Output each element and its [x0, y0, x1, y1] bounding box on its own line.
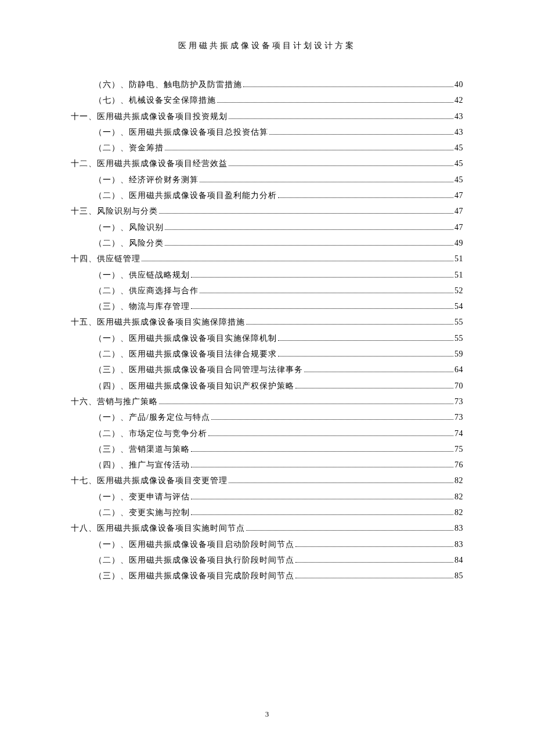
toc-entry: （三）、物流与库存管理54 [71, 298, 463, 314]
toc-leader-dots [200, 182, 453, 182]
toc-page-number: 49 [454, 235, 463, 251]
toc-leader-dots [191, 499, 453, 499]
toc-label: （六）、防静电、触电防护及防雷措施 [94, 77, 242, 92]
toc-entry: （二）、医用磁共振成像设备项目执行阶段时间节点84 [71, 552, 463, 568]
toc-entry: （四）、推广与宣传活动76 [71, 457, 463, 473]
toc-leader-dots [304, 372, 453, 372]
toc-page-number: 51 [454, 267, 463, 283]
toc-entry: （一）、医用磁共振成像设备项目启动阶段时间节点83 [71, 537, 463, 552]
toc-entry: （二）、供应商选择与合作52 [71, 283, 463, 298]
toc-page-number: 73 [454, 394, 463, 409]
toc-page-number: 45 [454, 156, 463, 171]
toc-page-number: 85 [454, 568, 463, 584]
toc-leader-dots [278, 197, 453, 198]
toc-entry: （一）、医用磁共振成像设备项目总投资估算43 [71, 124, 463, 140]
toc-leader-dots [295, 388, 453, 388]
toc-entry: （二）、变更实施与控制82 [71, 505, 463, 520]
toc-entry: （二）、风险分类49 [71, 235, 463, 251]
toc-entry: 十四、供应链管理51 [71, 251, 463, 267]
toc-label: （一）、变更申请与评估 [94, 489, 190, 505]
toc-entry: 十五、医用磁共振成像设备项目实施保障措施55 [71, 314, 463, 330]
toc-leader-dots [295, 546, 453, 547]
toc-page-number: 82 [454, 473, 463, 488]
toc-page-number: 47 [454, 219, 463, 235]
toc-label: （二）、变更实施与控制 [94, 505, 190, 520]
toc-entry: 十六、营销与推广策略73 [71, 394, 463, 409]
toc-leader-dots [142, 261, 453, 261]
toc-leader-dots [295, 562, 453, 563]
toc-label: （二）、市场定位与竞争分析 [94, 426, 207, 441]
toc-entry: （三）、医用磁共振成像设备项目合同管理与法律事务64 [71, 362, 463, 377]
toc-page-number: 42 [454, 92, 463, 108]
toc-page-number: 70 [454, 378, 463, 394]
toc-page-number: 52 [454, 283, 463, 298]
toc-leader-dots [278, 340, 453, 341]
toc-entry: （一）、医用磁共振成像设备项目实施保障机制55 [71, 330, 463, 346]
toc-entry: （一）、风险识别47 [71, 219, 463, 235]
toc-page-number: 47 [454, 203, 463, 219]
toc-leader-dots [191, 277, 453, 278]
toc-entry: （三）、营销渠道与策略75 [71, 441, 463, 457]
toc-label: （一）、医用磁共振成像设备项目总投资估算 [94, 124, 268, 140]
table-of-contents: （六）、防静电、触电防护及防雷措施40（七）、机械设备安全保障措施42十一、医用… [71, 77, 463, 584]
toc-entry: （一）、经济评价财务测算45 [71, 172, 463, 188]
toc-leader-dots [191, 467, 453, 467]
toc-leader-dots [200, 293, 453, 293]
toc-leader-dots [165, 245, 453, 246]
document-page: 医用磁共振成像设备项目计划设计方案 （六）、防静电、触电防护及防雷措施40（七）… [0, 0, 534, 584]
toc-page-number: 83 [454, 537, 463, 552]
toc-entry: （一）、供应链战略规划51 [71, 267, 463, 283]
toc-leader-dots [269, 134, 453, 135]
toc-leader-dots [208, 435, 453, 436]
toc-label: （一）、风险识别 [94, 219, 164, 235]
toc-entry: 十二、医用磁共振成像设备项目经营效益45 [71, 156, 463, 171]
toc-page-number: 43 [454, 124, 463, 140]
toc-leader-dots [246, 324, 453, 325]
toc-label: （三）、营销渠道与策略 [94, 441, 190, 457]
toc-entry: （二）、医用磁共振成像设备项目盈利能力分析47 [71, 188, 463, 203]
toc-leader-dots [165, 150, 453, 150]
toc-entry: 十三、风险识别与分类47 [71, 203, 463, 219]
toc-page-number: 73 [454, 409, 463, 425]
toc-label: 十七、医用磁共振成像设备项目变更管理 [71, 473, 228, 488]
toc-leader-dots [243, 87, 453, 87]
toc-page-number: 55 [454, 330, 463, 346]
toc-label: 十三、风险识别与分类 [71, 203, 158, 219]
toc-label: （二）、资金筹措 [94, 140, 164, 156]
toc-leader-dots [211, 419, 453, 420]
toc-entry: （二）、资金筹措45 [71, 140, 463, 156]
toc-entry: （二）、市场定位与竞争分析74 [71, 426, 463, 441]
toc-entry: （三）、医用磁共振成像设备项目完成阶段时间节点85 [71, 568, 463, 584]
toc-leader-dots [229, 165, 453, 166]
toc-label: （二）、医用磁共振成像设备项目执行阶段时间节点 [94, 552, 294, 568]
toc-label: （二）、风险分类 [94, 235, 164, 251]
toc-entry: （二）、医用磁共振成像设备项目法律合规要求59 [71, 346, 463, 362]
toc-label: （一）、供应链战略规划 [94, 267, 190, 283]
toc-label: 十二、医用磁共振成像设备项目经营效益 [71, 156, 228, 171]
toc-page-number: 84 [454, 552, 463, 568]
toc-page-number: 47 [454, 188, 463, 203]
toc-label: 十八、医用磁共振成像设备项目实施时间节点 [71, 520, 245, 536]
toc-entry: 十一、医用磁共振成像设备项目投资规划43 [71, 109, 463, 124]
toc-page-number: 82 [454, 489, 463, 505]
page-number: 3 [0, 710, 534, 719]
toc-label: 十六、营销与推广策略 [71, 394, 158, 409]
toc-page-number: 51 [454, 251, 463, 267]
toc-entry: 十七、医用磁共振成像设备项目变更管理82 [71, 473, 463, 488]
toc-page-number: 55 [454, 314, 463, 330]
toc-entry: （一）、产品/服务定位与特点73 [71, 409, 463, 425]
toc-leader-dots [191, 451, 453, 452]
toc-label: （四）、推广与宣传活动 [94, 457, 190, 473]
toc-leader-dots [159, 404, 453, 404]
toc-page-number: 83 [454, 520, 463, 536]
toc-label: （一）、医用磁共振成像设备项目启动阶段时间节点 [94, 537, 294, 552]
toc-label: （七）、机械设备安全保障措施 [94, 92, 216, 108]
toc-entry: 十八、医用磁共振成像设备项目实施时间节点83 [71, 520, 463, 536]
toc-entry: （六）、防静电、触电防护及防雷措施40 [71, 77, 463, 92]
toc-label: （二）、医用磁共振成像设备项目法律合规要求 [94, 346, 277, 362]
toc-leader-dots [295, 578, 453, 578]
toc-leader-dots [191, 308, 453, 309]
toc-leader-dots [229, 118, 453, 119]
toc-label: 十四、供应链管理 [71, 251, 140, 267]
toc-entry: （四）、医用磁共振成像设备项目知识产权保护策略70 [71, 378, 463, 394]
